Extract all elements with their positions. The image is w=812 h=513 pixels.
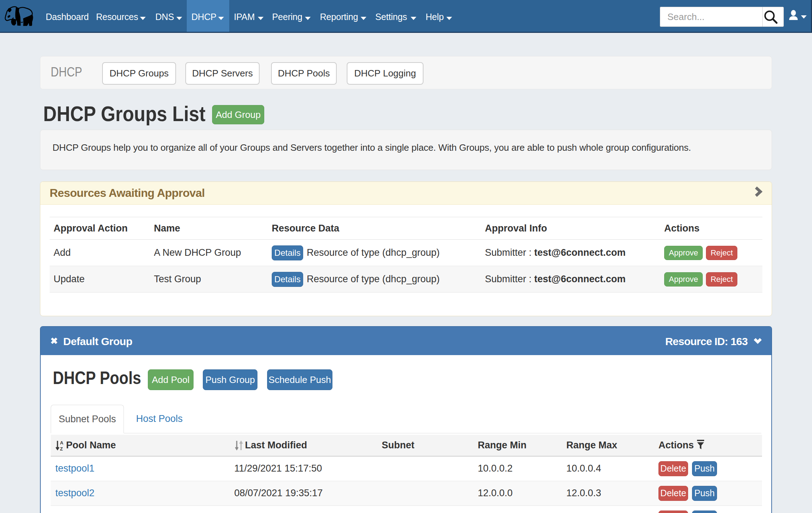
svg-text:A: A (60, 440, 64, 445)
svg-text:Z: Z (60, 446, 63, 451)
